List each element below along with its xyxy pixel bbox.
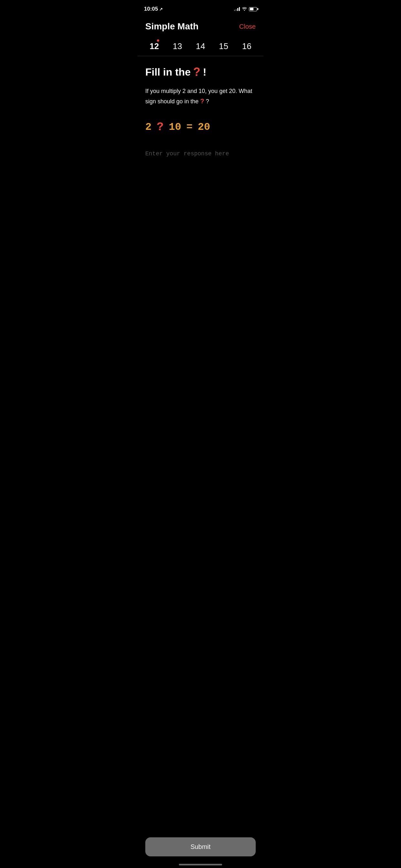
close-button[interactable]: Close bbox=[239, 23, 256, 30]
main-content: Fill in the ? ! If you multiply 2 and 10… bbox=[137, 56, 264, 166]
fill-title: Fill in the ? ! bbox=[145, 65, 256, 79]
math-num2: 10 bbox=[169, 121, 181, 133]
math-expression: 2 ? 10 = 20 bbox=[145, 118, 256, 136]
level-item-13[interactable]: 13 bbox=[169, 41, 185, 51]
math-equals: = bbox=[186, 121, 192, 133]
signal-bar-3 bbox=[237, 8, 238, 11]
level-item-16[interactable]: 16 bbox=[239, 41, 255, 51]
level-bar: 12 13 14 15 16 bbox=[137, 37, 264, 56]
time-display: 10:05 bbox=[144, 6, 158, 12]
battery-fill bbox=[250, 8, 253, 10]
status-bar: 10:05 ↗ bbox=[137, 0, 264, 16]
math-num1: 2 bbox=[145, 121, 151, 133]
signal-bar-1 bbox=[234, 10, 235, 11]
fill-exclamation: ! bbox=[203, 66, 206, 78]
wifi-icon bbox=[242, 6, 247, 11]
math-result: 20 bbox=[197, 121, 210, 133]
level-item-14[interactable]: 14 bbox=[192, 41, 209, 51]
header: Simple Math Close bbox=[137, 16, 264, 37]
description-text: If you multiply 2 and 10, you get 20. Wh… bbox=[145, 88, 252, 104]
signal-icon bbox=[234, 7, 240, 11]
level-item-15[interactable]: 15 bbox=[216, 41, 232, 51]
location-icon: ↗ bbox=[159, 7, 163, 11]
math-operator-placeholder: ? bbox=[157, 120, 164, 134]
description: If you multiply 2 and 10, you get 20. Wh… bbox=[145, 87, 256, 106]
status-time: 10:05 ↗ bbox=[144, 6, 163, 12]
app-title: Simple Math bbox=[145, 21, 198, 32]
fill-title-text: Fill in the bbox=[145, 66, 190, 78]
description-question-mark: ? bbox=[200, 97, 204, 104]
description-end: ? bbox=[206, 98, 209, 104]
fill-question-mark: ? bbox=[193, 65, 200, 79]
signal-bar-4 bbox=[239, 7, 240, 11]
signal-bar-2 bbox=[236, 9, 237, 11]
battery-icon bbox=[249, 7, 257, 11]
response-input[interactable] bbox=[145, 148, 256, 159]
level-dot bbox=[157, 39, 159, 42]
level-item-12[interactable]: 12 bbox=[146, 41, 162, 51]
status-icons bbox=[234, 6, 257, 11]
